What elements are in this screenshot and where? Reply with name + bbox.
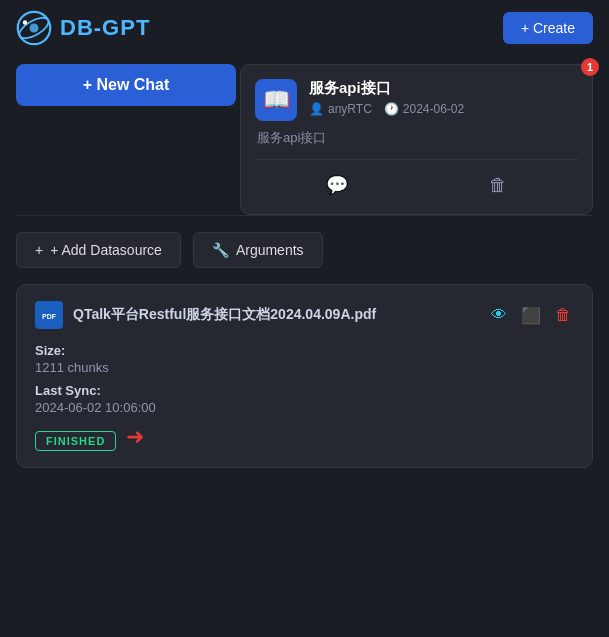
chat-card-header: 📖 服务api接口 👤 anyRTC 🕐 2024-06-02 xyxy=(255,79,578,121)
chat-card-info: 服务api接口 👤 anyRTC 🕐 2024-06-02 xyxy=(309,79,578,116)
chat-card-meta: 👤 anyRTC 🕐 2024-06-02 xyxy=(309,102,578,116)
doc-card: PDF QTalk平台Restful服务接口文档2024.04.09A.pdf … xyxy=(16,284,593,468)
chat-card: 📖 服务api接口 👤 anyRTC 🕐 2024-06-02 xyxy=(240,64,593,215)
arrow-icon: ➜ xyxy=(126,424,144,450)
logo-area: DB-GPT xyxy=(16,10,150,46)
doc-eye-button[interactable]: 👁 xyxy=(488,303,510,327)
add-datasource-button[interactable]: + + Add Datasource xyxy=(16,232,181,268)
clock-icon: 🕐 xyxy=(384,102,399,116)
doc-sync-row: Last Sync: 2024-06-02 10:06:00 xyxy=(35,383,574,415)
pdf-icon: PDF xyxy=(35,301,63,329)
chat-delete-button[interactable]: 🗑 xyxy=(473,170,523,200)
create-button[interactable]: + Create xyxy=(503,12,593,44)
chat-meta-user: 👤 anyRTC xyxy=(309,102,372,116)
logo-icon xyxy=(16,10,52,46)
top-bar: DB-GPT + Create xyxy=(0,0,609,56)
svg-point-2 xyxy=(30,24,39,33)
chat-comment-button[interactable]: 💬 xyxy=(310,170,364,200)
doc-filename: QTalk平台Restful服务接口文档2024.04.09A.pdf xyxy=(73,306,478,324)
user-icon: 👤 xyxy=(309,102,324,116)
plus-icon: + xyxy=(35,242,43,258)
left-panel: + New Chat xyxy=(0,56,240,114)
logo-text: DB-GPT xyxy=(60,15,150,41)
doc-size-value: 1211 chunks xyxy=(35,360,574,375)
wrench-icon: 🔧 xyxy=(212,242,229,258)
doc-sync-label: Last Sync: xyxy=(35,383,574,398)
doc-status-row: FINISHED ➜ xyxy=(35,423,574,451)
chat-card-actions: 💬 🗑 xyxy=(255,159,578,200)
doc-actions: 👁 ⬛ 🗑 xyxy=(488,303,574,328)
status-badge: FINISHED xyxy=(35,431,116,451)
svg-text:PDF: PDF xyxy=(42,313,57,320)
doc-edit-button[interactable]: ⬛ xyxy=(518,303,544,328)
svg-point-3 xyxy=(23,20,28,25)
chat-card-description: 服务api接口 xyxy=(255,129,578,147)
doc-card-header: PDF QTalk平台Restful服务接口文档2024.04.09A.pdf … xyxy=(35,301,574,329)
chat-card-title: 服务api接口 xyxy=(309,79,578,98)
chat-card-icon: 📖 xyxy=(255,79,297,121)
doc-size-label: Size: xyxy=(35,343,574,358)
notification-badge: 1 xyxy=(581,58,599,76)
doc-sync-value: 2024-06-02 10:06:00 xyxy=(35,400,574,415)
chat-meta-date: 🕐 2024-06-02 xyxy=(384,102,464,116)
arguments-button[interactable]: 🔧 Arguments xyxy=(193,232,323,268)
action-row: + + Add Datasource 🔧 Arguments xyxy=(0,216,609,280)
new-chat-button[interactable]: + New Chat xyxy=(16,64,236,106)
doc-delete-button[interactable]: 🗑 xyxy=(552,303,574,327)
doc-size-row: Size: 1211 chunks xyxy=(35,343,574,375)
right-panel: 1 📖 服务api接口 👤 anyRTC 🕐 202 xyxy=(240,64,593,215)
